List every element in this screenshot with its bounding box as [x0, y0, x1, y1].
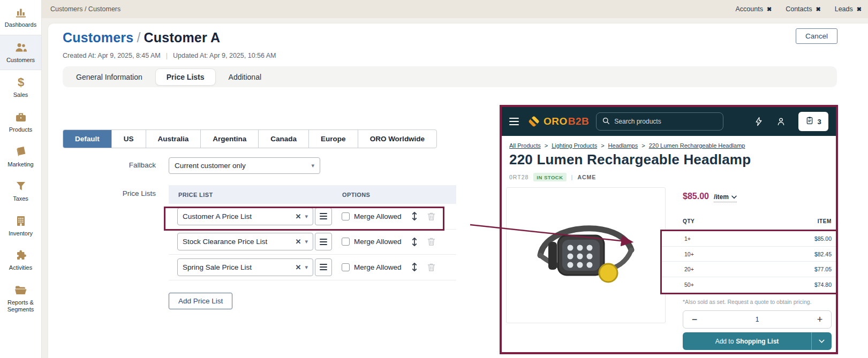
product-meta: 0RT28 IN STOCK | ACME	[509, 173, 828, 181]
price-list-row: Stock Clearance Price List ✕ ▾ Merge All…	[169, 230, 456, 255]
sidebar-item-customers[interactable]: Customers	[0, 35, 41, 71]
website-tab-oro-worldwide[interactable]: ORO Worldwide	[358, 130, 437, 148]
website-tab-default[interactable]: Default	[63, 130, 112, 148]
price-lists-table: PRICE LIST OPTIONS Customer A Price List…	[169, 185, 456, 280]
website-tab-canada[interactable]: Canada	[259, 130, 309, 148]
column-price-list: PRICE LIST	[169, 192, 342, 198]
chevron-down-icon: ▾	[305, 264, 308, 271]
sidebar-item-label: Activities	[9, 264, 32, 271]
quantity-input[interactable]	[706, 316, 809, 323]
reorder-icon[interactable]	[411, 211, 418, 221]
headlamp-illustration	[527, 204, 645, 306]
customers-link[interactable]: Customers	[63, 30, 133, 45]
tab-general-information[interactable]: General Information	[65, 69, 153, 85]
storefront-breadcrumb: All Products > Lighting Products > Headl…	[509, 142, 828, 149]
search-input[interactable]	[614, 118, 718, 125]
tier-row: 1+ $85.00	[662, 231, 836, 247]
clear-icon[interactable]: ✕	[296, 263, 301, 271]
website-tab-argentina[interactable]: Argentina	[201, 130, 259, 148]
reorder-icon[interactable]	[411, 237, 418, 247]
price-list-select[interactable]: Customer A Price List ✕ ▾	[177, 208, 313, 225]
puzzle-icon	[14, 249, 27, 262]
breadcrumb: Customers / Customers	[50, 5, 120, 13]
price-list-select[interactable]: Stock Clearance Price List ✕ ▾	[177, 233, 313, 250]
merge-allowed-checkbox[interactable]	[342, 263, 350, 271]
dollar-icon: $	[14, 76, 27, 89]
breadcrumb-lighting-products[interactable]: Lighting Products	[552, 142, 597, 149]
page-title: Customers/Customer A	[63, 30, 220, 45]
sidebar-item-label: Products	[9, 126, 32, 133]
drag-handle-button[interactable]	[315, 208, 332, 225]
unit-selector[interactable]: /item	[714, 193, 737, 202]
product-sku: 0RT28	[509, 174, 529, 180]
breadcrumb-headlamps[interactable]: Headlamps	[608, 142, 638, 149]
price-lists-label: Price Lists	[63, 189, 169, 197]
qty-header: QTY	[683, 218, 695, 224]
tab-price-lists[interactable]: Price Lists	[155, 68, 216, 86]
sidebar-item-activities[interactable]: Activities	[0, 243, 41, 278]
tab-additional[interactable]: Additional	[218, 69, 273, 85]
breadcrumb-all-products[interactable]: All Products	[509, 142, 541, 149]
sidebar-item-inventory[interactable]: Inventory	[0, 209, 41, 243]
sidebar-item-reports-segments[interactable]: Reports & Segments	[0, 278, 41, 319]
website-tab-europe[interactable]: Europe	[309, 130, 358, 148]
sidebar-item-products[interactable]: Products	[0, 105, 41, 140]
merge-allowed-checkbox[interactable]	[342, 238, 350, 246]
orob2b-logo[interactable]: ORO B2B	[527, 115, 589, 128]
pinned-tab-accounts[interactable]: Accounts ✖	[736, 5, 772, 13]
search-icon	[602, 117, 610, 127]
menu-icon[interactable]	[509, 121, 520, 122]
delete-icon[interactable]	[427, 212, 435, 221]
sidebar-item-sales[interactable]: $ Sales	[0, 70, 41, 105]
website-tab-us[interactable]: US	[112, 130, 146, 148]
chevron-down-icon[interactable]	[811, 332, 832, 350]
close-icon[interactable]: ✖	[816, 6, 821, 13]
clear-icon[interactable]: ✕	[296, 238, 301, 246]
bar-chart-icon	[14, 6, 27, 19]
clipboard-icon	[805, 116, 814, 127]
clear-icon[interactable]: ✕	[296, 212, 301, 220]
account-icon[interactable]	[776, 116, 786, 127]
sidebar-item-label: Inventory	[9, 230, 33, 237]
sidebar-item-taxes[interactable]: Taxes	[0, 174, 41, 209]
merge-allowed-checkbox[interactable]	[342, 212, 350, 220]
menu-icon	[320, 216, 327, 217]
close-icon[interactable]: ✖	[857, 6, 862, 13]
drag-handle-button[interactable]	[315, 233, 332, 250]
add-to-shopping-list-button[interactable]: Add to Shopping List	[683, 332, 832, 350]
users-icon	[14, 41, 28, 54]
record-meta: Created At: Apr 9, 2025, 8:45 AM | Updat…	[63, 52, 276, 59]
item-header: ITEM	[818, 218, 832, 224]
quick-order-icon[interactable]	[754, 116, 764, 127]
cancel-button[interactable]: Cancel	[796, 28, 837, 44]
merge-allowed-label: Merge Allowed	[354, 238, 402, 246]
price-list-row: Customer A Price List ✕ ▾ Merge Allowed	[169, 204, 456, 230]
product-search[interactable]	[596, 112, 723, 131]
reorder-icon[interactable]	[411, 262, 418, 272]
delete-icon[interactable]	[427, 263, 435, 272]
sidebar-item-dashboards[interactable]: Dashboards	[0, 0, 41, 35]
drag-handle-button[interactable]	[315, 258, 332, 276]
breadcrumb-current-product[interactable]: 220 Lumen Rechargeable Headlamp	[649, 142, 745, 149]
entity-tabs: General Information Price Lists Addition…	[63, 66, 837, 87]
pinned-tab-leads[interactable]: Leads ✖	[835, 5, 862, 13]
sidebar-item-label: Sales	[13, 92, 28, 98]
price-value: $85.00	[683, 192, 709, 201]
storefront-header: ORO B2B 3	[502, 107, 836, 136]
fallback-select[interactable]: Current customer only ▾	[169, 157, 320, 174]
sidebar-item-marketing[interactable]: Marketing	[0, 140, 41, 174]
decrement-button[interactable]: −	[683, 314, 706, 325]
tier-row: 50+ $74.80	[662, 277, 836, 293]
sidebar-item-label: Customers	[6, 57, 35, 64]
svg-text:$: $	[17, 76, 24, 89]
add-price-list-button[interactable]: Add Price List	[169, 293, 232, 309]
pinned-tab-contacts[interactable]: Contacts ✖	[786, 5, 821, 13]
delete-icon[interactable]	[427, 237, 435, 246]
increment-button[interactable]: +	[809, 314, 831, 325]
close-icon[interactable]: ✖	[767, 6, 772, 13]
shopping-list-button[interactable]: 3	[798, 112, 828, 131]
product-price: $85.00 /item	[683, 192, 737, 202]
price-list-select[interactable]: Spring Sale Price List ✕ ▾	[177, 258, 313, 276]
website-tab-australia[interactable]: Australia	[146, 130, 201, 148]
folder-icon	[14, 284, 28, 296]
